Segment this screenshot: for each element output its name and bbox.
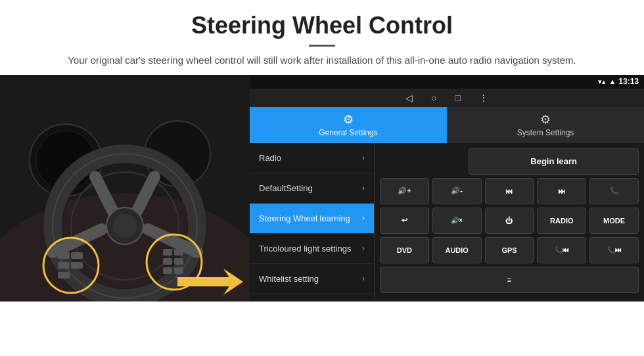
back-nav-icon[interactable]: ◁ [405, 93, 413, 103]
svg-rect-29 [177, 277, 230, 286]
vol-up-button[interactable]: 🔊+ [380, 178, 429, 204]
power-button[interactable]: ⏻ [485, 208, 534, 234]
prev-track-button[interactable]: ⏮ [485, 178, 534, 204]
vol-down-button[interactable]: 🔊- [432, 178, 482, 204]
media-source-row: DVD AUDIO GPS 📞⏮ 📞⏭ [380, 237, 639, 263]
call-prev-button[interactable]: 📞⏮ [537, 237, 586, 263]
tab-general-label: General Settings [319, 128, 377, 137]
svg-rect-20 [71, 262, 83, 269]
menu-item-steering[interactable]: Steering Wheel learning › [250, 204, 374, 234]
phone-button[interactable]: 📞 [589, 178, 639, 204]
android-screen: ▾▴ ▲ 13:13 ◁ ○ □ ⋮ ⚙ General Settings [250, 75, 644, 301]
next-track-button[interactable]: ⏭ [537, 178, 586, 204]
menu-item-whitelist-label: Whitelist setting [259, 274, 319, 284]
settings-menu: Radio › DefaultSetting › Steering Wheel … [250, 143, 375, 301]
status-bar: ▾▴ ▲ 13:13 [250, 75, 644, 89]
menu-item-tricoloured-label: Tricoloured light settings [259, 244, 351, 254]
menu-item-steering-chevron: › [362, 213, 365, 223]
svg-rect-25 [174, 258, 183, 265]
wifi-icon: ▾▴ [598, 78, 606, 86]
svg-point-14 [113, 214, 137, 238]
menu-item-radio-label: Radio [259, 153, 281, 163]
svg-rect-22 [163, 249, 172, 256]
page-title: Steering Wheel Control [26, 12, 618, 39]
extra-controls-row: ≡ [380, 267, 639, 293]
menu-item-steering-label: Steering Wheel learning [259, 213, 350, 223]
mode-button[interactable]: MODE [589, 208, 639, 234]
page-wrapper: Steering Wheel Control Your original car… [0, 0, 644, 301]
system-settings-icon: ⚙ [540, 112, 551, 127]
recent-nav-icon[interactable]: □ [455, 93, 461, 103]
menu-item-default-label: DefaultSetting [259, 183, 313, 193]
svg-rect-26 [163, 267, 172, 274]
signal-icon: ▲ [609, 78, 616, 85]
audio-button[interactable]: AUDIO [432, 237, 482, 263]
content-area: ▾▴ ▲ 13:13 ◁ ○ □ ⋮ ⚙ General Settings [0, 75, 644, 301]
back-button[interactable]: ↩ [380, 208, 429, 234]
list-button[interactable]: ≡ [380, 267, 639, 293]
svg-rect-21 [58, 272, 70, 278]
menu-item-tricoloured[interactable]: Tricoloured light settings › [250, 234, 374, 264]
call-next-button[interactable]: 📞⏭ [589, 237, 639, 263]
menu-item-tricoloured-chevron: › [362, 244, 365, 253]
svg-rect-23 [174, 249, 183, 256]
function-controls-row: ↩ 🔊× ⏻ RADIO MODE [380, 208, 639, 234]
menu-item-whitelist[interactable]: Whitelist setting › [250, 264, 374, 294]
settings-main: Radio › DefaultSetting › Steering Wheel … [250, 143, 644, 301]
steering-wheel-image [0, 75, 250, 301]
begin-learn-button[interactable]: Begin learn [469, 148, 639, 175]
tab-general[interactable]: ⚙ General Settings [250, 107, 447, 143]
nav-bar: ◁ ○ □ ⋮ [250, 89, 644, 107]
status-time: 13:13 [618, 77, 639, 86]
media-controls-row: 🔊+ 🔊- ⏮ ⏭ 📞 [380, 178, 639, 204]
menu-item-default[interactable]: DefaultSetting › [250, 173, 374, 204]
settings-tabs: ⚙ General Settings ⚙ System Settings [250, 107, 644, 143]
svg-rect-19 [58, 262, 70, 269]
general-settings-icon: ⚙ [343, 112, 354, 127]
menu-item-whitelist-chevron: › [362, 274, 365, 283]
menu-item-radio[interactable]: Radio › [250, 143, 374, 173]
mute-button[interactable]: 🔊× [432, 208, 482, 234]
spacer-btn-1 [380, 148, 465, 175]
begin-learn-row: Begin learn [380, 148, 639, 175]
tab-system[interactable]: ⚙ System Settings [447, 107, 644, 143]
title-divider [309, 45, 335, 47]
settings-controls: Begin learn 🔊+ 🔊- ⏮ ⏭ 📞 ↩ 🔊× ⏻ [375, 143, 644, 301]
tab-system-label: System Settings [517, 128, 574, 137]
top-section: Steering Wheel Control Your original car… [0, 0, 644, 75]
radio-button[interactable]: RADIO [537, 208, 586, 234]
status-icons: ▾▴ ▲ 13:13 [598, 77, 639, 86]
svg-rect-17 [58, 252, 70, 259]
page-subtitle: Your original car's steering wheel contr… [26, 53, 618, 68]
menu-nav-icon[interactable]: ⋮ [479, 93, 488, 103]
menu-item-radio-chevron: › [362, 153, 365, 162]
home-nav-icon[interactable]: ○ [431, 93, 436, 103]
gps-button[interactable]: GPS [485, 237, 534, 263]
menu-item-default-chevron: › [362, 183, 365, 192]
svg-rect-24 [163, 258, 172, 265]
dvd-button[interactable]: DVD [380, 237, 429, 263]
svg-rect-18 [71, 252, 83, 259]
svg-rect-27 [174, 267, 183, 274]
